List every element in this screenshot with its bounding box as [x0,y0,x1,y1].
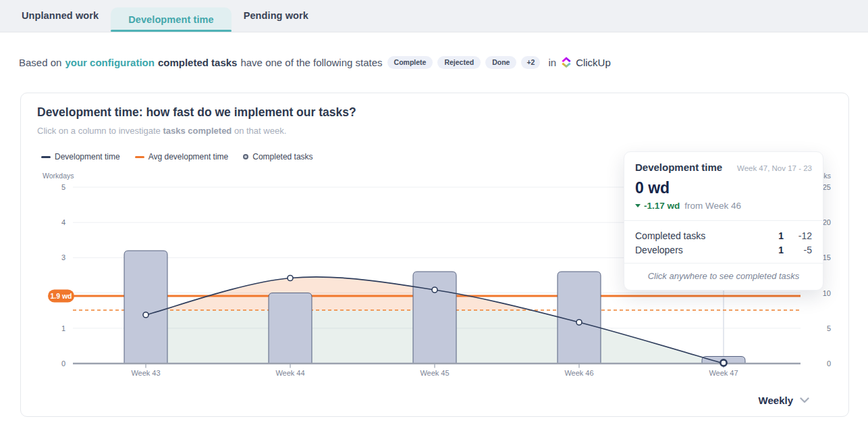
svg-text:4: 4 [61,218,65,226]
svg-text:10: 10 [823,289,831,297]
tooltip-footer-hint: Click anywhere to see completed tasks [635,264,812,290]
tooltip-row-completed-tasks: Completed tasks 1 -12 [635,228,812,243]
tooltip-row-developers: Developers 1 -5 [635,243,812,257]
bar-week-45[interactable] [413,272,456,364]
chart-tooltip: Development time Week 47, Nov 17 - 23 0 … [624,151,823,291]
svg-text:Week 46: Week 46 [564,369,593,377]
tooltip-value: 0 wd [635,179,812,197]
svg-text:5: 5 [827,324,831,332]
configuration-link[interactable]: your configuration [65,57,155,68]
marker-week-45[interactable] [432,287,437,293]
bar-week-47[interactable] [702,357,745,364]
row-value: 1 [759,230,784,241]
legend-avg-development-time[interactable]: Avg development time [135,152,229,161]
svg-text:0: 0 [61,359,65,368]
row-label: Developers [635,245,759,255]
description-bold: completed tasks [158,57,238,68]
left-axis-label: Workdays [43,172,74,180]
svg-text:0: 0 [827,359,831,368]
description-rest: have one of the following states [240,57,382,68]
svg-text:1: 1 [61,324,65,332]
state-badge-rejected: Rejected [437,56,481,69]
description-connector: in [548,57,556,68]
chart-title: Development time: how fast do we impleme… [37,105,356,120]
svg-text:Week 44: Week 44 [275,369,304,377]
svg-text:25: 25 [823,183,831,191]
marker-week-44[interactable] [288,276,293,281]
row-delta: -5 [784,245,812,255]
right-axis-ticks: 25 20 15 10 5 0 [823,183,831,368]
state-badge-done: Done [485,56,516,69]
tab-development-time[interactable]: Development time [111,7,232,32]
tooltip-change-suffix: from Week 46 [684,201,741,211]
state-badge-complete: Complete [387,56,433,69]
granularity-selector[interactable]: Weekly [759,395,809,406]
legend-label: Development time [55,152,120,161]
avg-value-badge-label: 1.9 wd [50,292,72,300]
config-description: Based on your configuration completed ta… [19,56,855,69]
tab-bar: Unplanned work Development time Pending … [0,0,868,32]
svg-text:Week 43: Week 43 [131,369,160,377]
svg-text:20: 20 [823,218,831,226]
trend-down-icon [635,204,641,207]
legend-completed-tasks[interactable]: Completed tasks [243,152,313,161]
svg-text:Week 47: Week 47 [709,369,738,377]
clickup-app-name: ClickUp [576,57,611,68]
left-axis-ticks: 5 4 3 2 1 0 [61,183,65,368]
tab-pending-work[interactable]: Pending work [232,0,321,32]
tooltip-title: Development time [635,161,722,173]
x-axis-ticks [146,364,724,368]
tooltip-period: Week 47, Nov 17 - 23 [737,164,812,172]
chevron-down-icon [800,397,809,403]
development-time-card: Development time: how fast do we impleme… [20,93,849,417]
svg-text:5: 5 [61,183,65,191]
navy-line-icon [41,156,51,158]
description-prefix: Based on [19,57,61,68]
svg-text:Week 45: Week 45 [420,369,449,377]
row-label: Completed tasks [635,230,759,241]
chart-subtitle-prefix: Click on a column to investigate [37,126,161,136]
bar-week-44[interactable] [269,293,312,364]
svg-text:3: 3 [61,253,65,261]
chart-subtitle-bold: tasks completed [163,126,232,136]
state-badge-more-count: +2 [521,56,540,69]
tooltip-change: -1.17 wd [644,201,680,211]
marker-week-46[interactable] [576,320,582,325]
marker-week-47-active[interactable] [720,359,726,366]
chart-subtitle-suffix: on that week. [234,126,286,136]
marker-week-43[interactable] [143,312,148,318]
bar-week-43[interactable] [124,251,167,364]
bar-week-46[interactable] [558,272,601,364]
legend-label: Completed tasks [252,152,313,161]
row-delta: -12 [784,230,812,241]
granularity-value: Weekly [759,395,793,406]
clickup-logo-icon [560,56,572,68]
row-value: 1 [759,245,784,255]
legend-label: Avg development time [148,152,229,161]
legend-development-time[interactable]: Development time [41,152,120,161]
chart-legend: Development time Avg development time Co… [41,152,313,161]
circle-marker-icon [243,154,248,159]
x-axis-labels: Week 43 Week 44 Week 45 Week 46 Week 47 [131,369,738,377]
orange-line-icon [135,156,144,158]
tab-unplanned-work[interactable]: Unplanned work [9,0,111,32]
avg-value-badge [48,290,74,303]
chart-subtitle: Click on a column to investigate tasks c… [37,126,286,136]
svg-text:15: 15 [823,253,831,261]
svg-text:2: 2 [61,289,65,297]
